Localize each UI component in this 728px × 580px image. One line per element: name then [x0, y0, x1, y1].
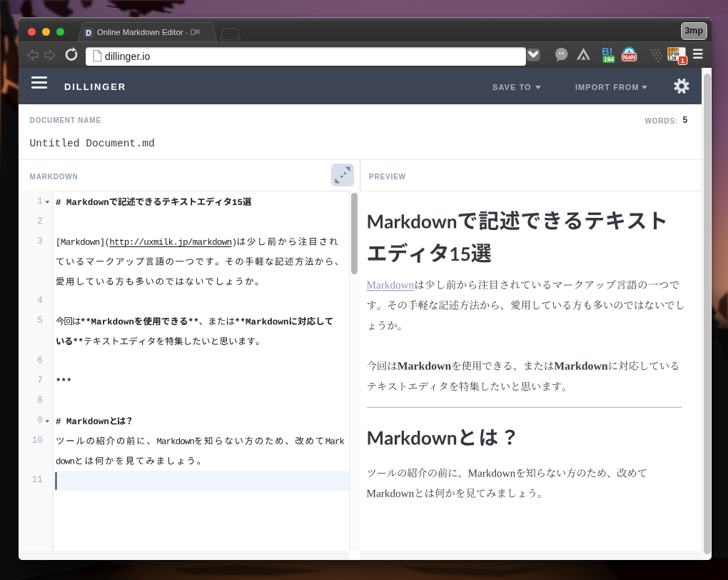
svg-text:194: 194	[604, 56, 614, 63]
svg-text:1: 1	[681, 56, 685, 64]
svg-text:NaN: NaN	[623, 54, 636, 61]
svg-text:IJK: IJK	[668, 56, 677, 61]
